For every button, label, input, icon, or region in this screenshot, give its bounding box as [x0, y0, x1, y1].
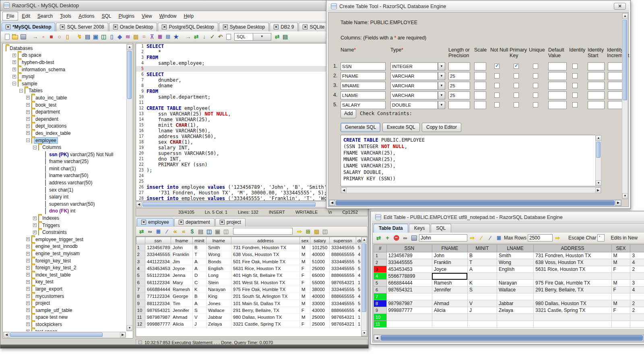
tree-item-dependent[interactable]: +dependent — [3, 116, 126, 123]
execute-all-icon[interactable]: ⇄ — [192, 33, 200, 40]
expand-icon[interactable]: + — [12, 75, 16, 78]
sql-mode-dropdown[interactable]: SQL▼ — [234, 33, 271, 41]
close-icon[interactable]: ✕ — [614, 3, 626, 10]
cell[interactable]: 987654321 — [330, 279, 356, 286]
close-tab-icon[interactable]: ✕ — [141, 220, 146, 225]
tree-item-engine_test_myisam[interactable]: +engine_test_myisam — [3, 250, 126, 257]
cell[interactable]: T — [467, 259, 497, 266]
scale-field[interactable] — [474, 101, 486, 109]
table-row[interactable]: 7666884444RameshKNarayan975 Fire Oak, Hu… — [136, 286, 367, 293]
tree-item[interactable]: dno (FK) int — [3, 208, 126, 215]
column-header-extra[interactable] — [630, 245, 644, 252]
cell[interactable]: Narayan — [497, 280, 533, 287]
column-name-field[interactable]: SALARY — [341, 101, 386, 109]
cell[interactable]: 3321 Castle, Spring TX — [231, 321, 300, 328]
fetch-next-icon[interactable]: ↓ — [200, 33, 208, 40]
new-file-icon[interactable] — [3, 33, 11, 40]
dialog-vertical-scrollbar[interactable]: ▲ ▼ — [622, 13, 628, 199]
tree-item-mysql[interactable]: +mysql — [3, 73, 126, 80]
compare-tool-icon[interactable]: ◆ — [116, 33, 124, 40]
scroll-down-icon[interactable]: ▼ — [361, 330, 367, 336]
cell[interactable]: F — [300, 272, 310, 279]
cell[interactable] — [611, 293, 630, 300]
edit-horizontal-scrollbar[interactable]: ◀ — [374, 334, 644, 341]
tree-item-foreign_key_test_2[interactable]: +foreign_key_test_2 — [3, 264, 126, 271]
row-number[interactable]: 4 — [136, 265, 145, 272]
expand-icon[interactable]: + — [26, 316, 30, 319]
row-number[interactable]: 2 — [136, 251, 145, 258]
row-number[interactable]: 4 — [374, 273, 387, 280]
edit-results-icon[interactable]: ∕ — [163, 228, 171, 235]
cell[interactable]: 3 — [630, 280, 644, 287]
row-number[interactable]: 3 — [136, 258, 145, 265]
connect-icon[interactable]: → — [31, 33, 39, 40]
highlight-matches-icon[interactable]: ∕ — [477, 234, 485, 241]
cell[interactable]: 501 Fire Oak, Humble TX — [231, 258, 300, 265]
expand-icon[interactable]: + — [12, 54, 16, 57]
identity-checkbox[interactable] — [572, 73, 578, 78]
cell[interactable]: 666884444 — [386, 280, 432, 287]
cell[interactable]: M — [611, 300, 630, 307]
cell[interactable]: 731 Fondren, Houston TX — [231, 244, 300, 251]
cell[interactable]: M — [300, 251, 310, 258]
length-field[interactable]: 25 — [448, 91, 470, 99]
cell[interactable]: 453453453 — [386, 266, 432, 273]
cell[interactable]: 40000 — [310, 293, 330, 300]
tree-item-space-test-new[interactable]: +space test new — [3, 314, 126, 321]
auto-tools-icon[interactable]: ⇄ — [273, 33, 281, 40]
save-edits-icon[interactable] — [410, 234, 418, 241]
cell[interactable]: J — [193, 321, 206, 328]
cell[interactable]: 5631 Rice, Houston TX — [231, 265, 300, 272]
column-header-SEX[interactable]: SEX — [611, 245, 630, 252]
tree-horizontal-scrollbar[interactable]: ◀ ▶ — [3, 332, 126, 338]
tree-item-large_export[interactable]: +large_export — [3, 285, 126, 293]
connection-tab--mysql-desktop[interactable]: ✕*MySQL Desktop — [2, 23, 55, 31]
cell[interactable]: B — [193, 244, 206, 251]
save-grid-icon[interactable]: ◫ — [321, 228, 329, 235]
column-type-dropdown[interactable]: INTEGER — [390, 62, 438, 70]
cell[interactable]: 638 Voss, Houston TX — [231, 251, 300, 258]
cell[interactable] — [534, 293, 611, 300]
tree-item-salary-int[interactable]: salary int — [3, 193, 126, 200]
connection-tab-oracle-desktop[interactable]: ✕Oracle Desktop — [109, 23, 157, 31]
column-header-lname[interactable]: lname — [206, 237, 231, 244]
tree-item-columns[interactable]: −Columns — [3, 144, 126, 151]
expand-icon[interactable]: + — [33, 231, 37, 234]
cell[interactable]: 333445555 — [386, 259, 432, 266]
copy-results-icon[interactable]: ▣ — [214, 228, 221, 235]
scroll-down-icon[interactable]: ▼ — [127, 325, 132, 331]
cell[interactable]: 2 — [630, 300, 644, 307]
chevron-down-icon[interactable]: ▼ — [438, 82, 445, 90]
cell[interactable]: D — [193, 272, 206, 279]
table-row[interactable]: 11987987987AhmadVJabbar980 Dallas, Houst… — [136, 314, 367, 320]
expand-icon[interactable]: + — [26, 266, 30, 270]
cell[interactable]: 333445555 — [330, 300, 356, 307]
cell[interactable]: Jennifer — [432, 287, 467, 293]
row-number[interactable]: 3 — [374, 266, 387, 273]
dialog-horizontal-scrollbar[interactable]: ◀ ▶ — [329, 200, 621, 206]
table-tools-icon[interactable]: ⊞ — [164, 33, 172, 40]
cell[interactable]: 40000 — [310, 251, 330, 258]
column-header-FNAME[interactable]: FNAME — [432, 245, 467, 252]
main-titlebar[interactable]: RazorSQL - MySQL Desktop — [0, 0, 368, 11]
expand-icon[interactable]: + — [33, 217, 37, 220]
column-header-address[interactable]: address — [231, 237, 300, 244]
cell[interactable]: Zelaya — [206, 321, 231, 328]
cell[interactable] — [386, 321, 432, 328]
cell[interactable]: Alicia — [171, 321, 193, 328]
edit-table-tool-icon[interactable]: ▨ — [132, 33, 140, 40]
save-file-icon[interactable] — [19, 33, 27, 40]
cell[interactable]: M — [611, 259, 630, 266]
column-header-minit[interactable]: minit — [193, 237, 206, 244]
cell[interactable]: B — [193, 293, 206, 300]
cell[interactable]: Bonds — [206, 258, 231, 265]
chevron-down-icon[interactable]: ▼ — [438, 101, 445, 109]
add-row-icon[interactable]: + — [384, 234, 391, 241]
view-row-icon[interactable]: ∞ — [146, 228, 154, 235]
cell[interactable]: Alicia — [432, 307, 467, 314]
cell[interactable]: Joyce — [432, 266, 467, 273]
expand-icon[interactable]: + — [26, 110, 30, 114]
cell[interactable]: M — [611, 252, 630, 259]
cell[interactable]: 51000 — [310, 258, 330, 265]
expand-icon[interactable]: + — [26, 245, 30, 248]
